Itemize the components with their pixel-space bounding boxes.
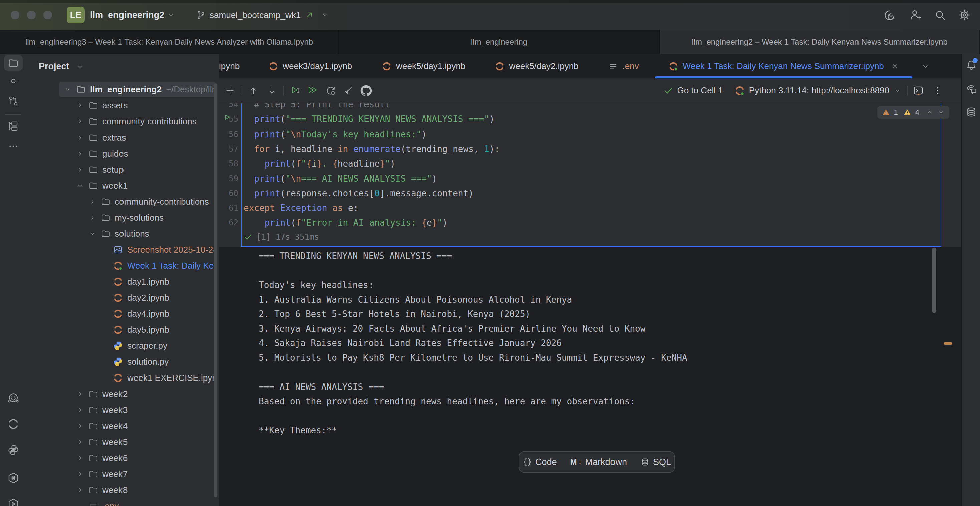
tree-item[interactable]: week8 <box>27 482 219 498</box>
window-tab[interactable]: llm_engineering2 – Week 1 Task: Daily Ke… <box>660 30 980 54</box>
github-icon[interactable] <box>359 84 373 98</box>
settings-gear-icon[interactable] <box>958 9 970 21</box>
next-warning-chevron-icon[interactable] <box>937 109 945 116</box>
project-panel-header[interactable]: Project <box>39 61 83 72</box>
add-markdown-cell-button[interactable]: M↓ Markdown <box>563 452 633 472</box>
editor-tab[interactable]: week3/day1.ipynb <box>254 54 367 78</box>
tree-item[interactable]: week5 <box>27 434 219 450</box>
tree-item[interactable]: community-contributions <box>27 194 219 210</box>
tree-item[interactable]: day5.ipynb <box>27 322 219 338</box>
minimize-window-button[interactable] <box>27 11 36 19</box>
chevron-right-icon[interactable] <box>74 390 86 398</box>
add-sql-cell-button[interactable]: SQL <box>633 452 678 472</box>
chevron-right-icon[interactable] <box>74 422 86 430</box>
tree-item[interactable]: week1 <box>27 178 219 194</box>
add-cell-button[interactable] <box>223 84 237 98</box>
editor-tab[interactable]: .env <box>593 54 654 78</box>
python-packages-tool-button[interactable] <box>4 470 23 485</box>
chevron-right-icon[interactable] <box>86 198 99 205</box>
tree-item[interactable]: day1.ipynb <box>27 274 219 290</box>
tree-item[interactable]: week1 EXERCISE.ipynb <box>27 370 219 386</box>
open-console-icon[interactable] <box>911 84 925 98</box>
database-tool-button[interactable] <box>965 106 977 118</box>
tree-item[interactable]: Week 1 Task: Daily Kenyan <box>27 258 219 274</box>
tree-item[interactable]: scraper.py <box>27 338 219 354</box>
tree-item[interactable]: llm_engineering2~/Desktop/llm_en <box>27 81 219 97</box>
chevron-down-icon[interactable] <box>74 182 86 189</box>
editor-scrollbar[interactable] <box>932 248 936 313</box>
chevron-right-icon[interactable] <box>74 454 86 461</box>
close-window-button[interactable] <box>11 11 19 19</box>
restart-kernel-button[interactable] <box>324 84 338 98</box>
editor-tab[interactable]: ipynb <box>219 54 254 78</box>
chevron-down-icon[interactable] <box>61 86 74 93</box>
tree-item[interactable]: week7 <box>27 466 219 482</box>
commit-tool-button[interactable] <box>4 73 23 89</box>
go-to-cell-button[interactable]: Go to Cell 1 <box>677 86 723 96</box>
branch-widget[interactable]: samuel_bootcamp_wk1 <box>196 10 328 21</box>
tab-list-chevron-icon[interactable] <box>921 62 930 71</box>
run-cell-button[interactable] <box>288 84 302 98</box>
tree-item[interactable]: week4 <box>27 418 219 434</box>
clear-outputs-button[interactable] <box>341 84 355 98</box>
chevron-right-icon[interactable] <box>74 150 86 157</box>
chevron-right-icon[interactable] <box>86 214 99 221</box>
previous-warning-chevron-icon[interactable] <box>926 109 933 116</box>
tree-item[interactable]: solution.py <box>27 354 219 370</box>
run-line-gutter-icon[interactable] <box>224 114 232 122</box>
ai-assistant-icon[interactable] <box>885 9 897 21</box>
editor-tab[interactable]: Week 1 Task: Daily Kenyan News Summarize… <box>654 54 913 78</box>
tree-item[interactable]: extras <box>27 129 219 146</box>
add-code-cell-button[interactable]: Code <box>516 452 564 472</box>
tree-item[interactable]: solutions <box>27 226 219 242</box>
editor-tab[interactable]: week5/day1.ipynb <box>367 54 480 78</box>
code-with-me-icon[interactable] <box>909 9 922 21</box>
project-selector[interactable]: llm_engineering2 <box>90 10 164 21</box>
chevron-right-icon[interactable] <box>74 470 86 477</box>
chevron-right-icon[interactable] <box>74 486 86 494</box>
tree-item[interactable]: week2 <box>27 386 219 402</box>
project-tree-scrollbar[interactable] <box>214 83 217 497</box>
tree-item[interactable]: assets <box>27 97 219 113</box>
project-tool-button[interactable] <box>4 56 23 71</box>
chevron-right-icon[interactable] <box>74 102 86 109</box>
move-cell-down-button[interactable] <box>265 84 279 98</box>
tree-item[interactable]: my-solutions <box>27 210 219 226</box>
search-everywhere-icon[interactable] <box>934 9 946 21</box>
tree-item[interactable]: Screenshot 2025-10-24 at <box>27 242 219 258</box>
structure-tool-button[interactable] <box>4 118 23 134</box>
run-all-cells-button[interactable] <box>306 84 320 98</box>
hugging-face-tool-button[interactable] <box>4 390 23 406</box>
tree-item[interactable]: week6 <box>27 450 219 466</box>
chevron-right-icon[interactable] <box>74 118 86 125</box>
ai-chat-tool-button[interactable] <box>965 84 977 96</box>
close-tab-icon[interactable] <box>891 62 899 70</box>
python-console-tool-button[interactable] <box>4 442 23 458</box>
kebab-menu-icon[interactable] <box>931 84 945 98</box>
zoom-window-button[interactable] <box>43 11 52 19</box>
tree-item[interactable]: day2.ipynb <box>27 290 219 306</box>
tree-item[interactable]: .env <box>27 498 219 506</box>
chevron-right-icon[interactable] <box>74 438 86 446</box>
tree-item[interactable]: setup <box>27 162 219 178</box>
tree-item[interactable]: day4.ipynb <box>27 306 219 322</box>
inspections-widget[interactable]: 1 4 <box>877 106 950 119</box>
weak-warning-icon <box>882 108 890 116</box>
tree-item[interactable]: guides <box>27 146 219 162</box>
chevron-down-icon[interactable] <box>894 88 900 94</box>
more-tools-button[interactable] <box>4 138 23 154</box>
move-cell-up-button[interactable] <box>247 84 260 98</box>
chevron-down-icon[interactable] <box>86 230 99 237</box>
pull-requests-tool-button[interactable] <box>4 94 23 109</box>
chevron-right-icon[interactable] <box>74 134 86 141</box>
tree-item[interactable]: week3 <box>27 402 219 418</box>
tree-item[interactable]: community-contributions <box>27 113 219 129</box>
interpreter-selector[interactable]: Python 3.11.14: http://localhost:8890 <box>749 86 889 96</box>
window-tab[interactable]: llm_engineering <box>339 30 660 54</box>
chevron-right-icon[interactable] <box>74 406 86 414</box>
jupyter-tool-button[interactable] <box>4 416 23 431</box>
window-tab[interactable]: llm_engineering3 – Week 1 Task: Kenyan D… <box>0 30 339 54</box>
chevron-right-icon[interactable] <box>74 166 86 173</box>
services-tool-button[interactable] <box>4 496 23 506</box>
editor-tab[interactable]: week5/day2.ipynb <box>480 54 593 78</box>
